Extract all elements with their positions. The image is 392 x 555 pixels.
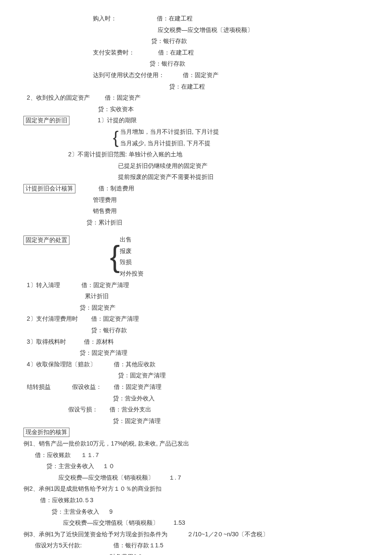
section-heading-accounting: 计提折旧会计核算: [23, 184, 75, 193]
text-line: 假设亏损： 借：营业外支出: [23, 404, 369, 415]
section-heading-disposal: 固定资产的处置: [23, 236, 69, 245]
brace-icon: {: [113, 130, 118, 145]
text-line: 2〕不需计提折旧范围: 单独计价入账的土地: [23, 149, 369, 160]
text-line: 贷：固定资产清理: [23, 347, 369, 359]
text-line: 例1、销售产品一批价款10万元，17%的税, 款未收, 产品已发出: [23, 438, 369, 449]
text-line: 贷：累计折旧: [23, 217, 369, 228]
text-line: 3〕取得残料时 借：原材料: [23, 336, 369, 348]
section-heading-depreciation: 固定资产的折旧: [23, 116, 69, 125]
text-line: 贷：银行存款: [23, 58, 369, 69]
text-line: 达到可使用状态交付使用： 借：固定资产: [23, 69, 369, 81]
text-line: 销售费用: [23, 205, 369, 217]
text-line: 累计折旧: [23, 290, 369, 302]
text-line: 毁损: [120, 256, 144, 268]
section-heading-cash-discount: 现金折扣的核算: [23, 428, 69, 437]
text-line: 贷：在建工程: [23, 81, 369, 92]
text-line: 支付安装费时： 借：在建工程: [23, 47, 369, 58]
text-line: 贷：营业外收入: [23, 393, 369, 404]
text-line: 例3、承例1为了近快回笼资金给予对方现金折扣条件为 ２/10~1／2０~n/30…: [23, 529, 369, 540]
text-line: 例2、承例1因是成批销售给予对方１０％的商业折扣: [23, 483, 369, 495]
text-line: 1〕转入清理 借：固定资产清理: [23, 279, 369, 291]
text-line: 1〕计提的期限: [69, 117, 137, 124]
text-line: 贷：银行存款: [23, 35, 369, 47]
text-line: 贷：银行存款: [23, 325, 369, 336]
text-line: 提前报废的固定资产不需要补提折旧: [23, 171, 369, 183]
text-line: 购入时： 借：在建工程: [23, 13, 369, 24]
text-line: 管理费用: [23, 194, 369, 206]
text-line: 4〕收取保险理陪〔赔款〕 借：其他应收款: [23, 359, 369, 370]
text-line: 财务费用0.2: [23, 551, 369, 555]
text-line: 2〕支付清理费用时 借：固定资产清理: [23, 313, 369, 325]
text-line: 2、收到投入的固定资产 借：固定资产: [23, 92, 369, 104]
text-line: 假设对方5天付款: 借：银行存款１1.5: [23, 540, 369, 551]
text-line: 当月减少, 当月计提折旧, 下月不提: [120, 138, 219, 149]
text-line: 贷：固定资产清理: [23, 415, 369, 427]
brace-icon: {: [110, 243, 120, 270]
text-line: 贷：实收资本: [23, 104, 369, 115]
text-line: 贷：固定资产清理: [23, 370, 369, 381]
text-line: 报废: [120, 245, 144, 257]
text-line: 已提足折旧仍继续使用的固定资产: [23, 160, 369, 172]
text-line: 借：应收账款 １１.７: [23, 449, 369, 461]
text-line: 贷：主营业务收入 １０: [23, 460, 369, 472]
text-line: 应交税费—应交增值税〔销项税额〕 １.７: [23, 472, 369, 483]
text-line: 借：应收账款10.５3: [23, 495, 369, 506]
text-line: 应交税费—应交增值税〔进项税额〕: [23, 24, 369, 36]
text-line: 应交税费—应交增值税〔销项税额〕 1.53: [23, 517, 369, 529]
text-line: 贷：固定资产: [23, 302, 369, 313]
text-line: 借：制造费用: [75, 185, 134, 192]
text-line: 对外投资: [120, 268, 144, 279]
text-line: 出售: [120, 234, 144, 245]
text-line: 结转损益 假设收益： 借：固定资产清理: [23, 381, 369, 393]
text-line: 贷：主营业务收入 9: [23, 506, 369, 518]
text-line: 当月增加，当月不计提折旧, 下月计提: [120, 126, 219, 138]
